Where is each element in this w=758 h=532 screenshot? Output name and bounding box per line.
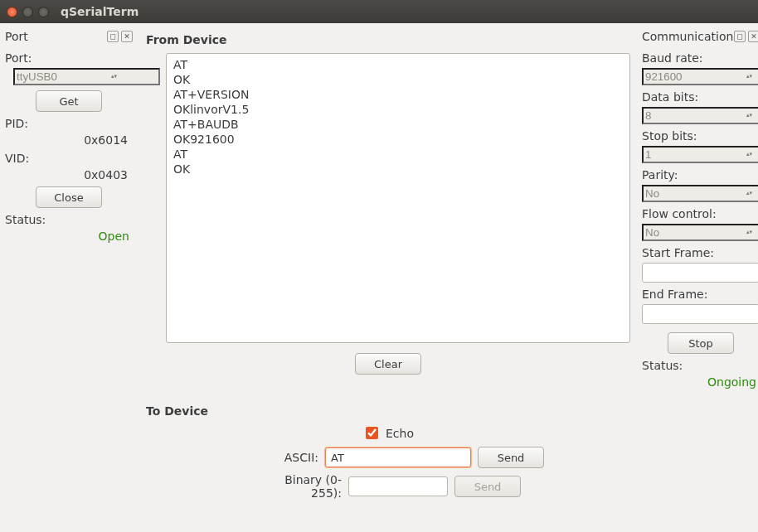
- end-frame-input[interactable]: [642, 304, 758, 324]
- center-area: From Device AT OK AT+VERSION OKlinvorV1.…: [139, 23, 637, 532]
- maximize-icon[interactable]: [38, 7, 49, 17]
- undock-icon[interactable]: ◻: [734, 31, 746, 42]
- get-button[interactable]: Get: [36, 90, 102, 112]
- vid-value: 0x0403: [5, 168, 133, 181]
- vid-label: VID:: [5, 152, 133, 165]
- port-select[interactable]: [13, 68, 160, 85]
- baud-select[interactable]: [642, 68, 758, 85]
- chevron-updown-icon: ▴▾: [111, 70, 121, 84]
- from-device-text[interactable]: AT OK AT+VERSION OKlinvorV1.5 AT+BAUDB O…: [166, 53, 630, 343]
- titlebar: qSerialTerm: [0, 0, 758, 23]
- chevron-updown-icon: ▴▾: [746, 148, 756, 162]
- clear-button[interactable]: Clear: [355, 353, 421, 375]
- port-status-label: Status:: [5, 213, 133, 226]
- echo-label: Echo: [386, 427, 414, 440]
- end-frame-label: End Frame:: [642, 288, 758, 301]
- close-panel-icon[interactable]: ✕: [121, 31, 133, 42]
- echo-checkbox-row[interactable]: Echo: [345, 424, 431, 442]
- flow-select[interactable]: [642, 224, 758, 241]
- communication-sidebar: Communication ◻ ✕ Baud rate: ▴▾ Data bit…: [637, 23, 758, 532]
- send-binary-button: Send: [454, 476, 521, 497]
- parity-label: Parity:: [642, 168, 758, 181]
- ascii-input[interactable]: [325, 447, 471, 467]
- parity-select[interactable]: [642, 185, 758, 202]
- baud-label: Baud rate:: [642, 51, 758, 65]
- comm-status-value: Ongoing: [642, 375, 758, 389]
- comm-status-label: Status:: [642, 359, 758, 372]
- close-icon[interactable]: [7, 7, 17, 17]
- to-device-title: To Device: [146, 404, 630, 418]
- echo-checkbox[interactable]: [366, 427, 378, 439]
- binary-input[interactable]: [348, 476, 448, 496]
- chevron-updown-icon: ▴▾: [746, 109, 756, 123]
- binary-label: Binary (0-255):: [255, 473, 342, 500]
- port-status-value: Open: [5, 230, 133, 243]
- stop-button[interactable]: Stop: [668, 332, 734, 354]
- chevron-updown-icon: ▴▾: [746, 225, 756, 239]
- pid-label: PID:: [5, 117, 133, 130]
- flow-label: Flow control:: [642, 207, 758, 220]
- chevron-updown-icon: ▴▾: [746, 70, 756, 84]
- chevron-updown-icon: ▴▾: [746, 186, 756, 201]
- window-title: qSerialTerm: [61, 5, 138, 18]
- pid-value: 0x6014: [5, 133, 133, 147]
- databits-label: Data bits:: [642, 90, 758, 104]
- minimize-icon[interactable]: [22, 7, 33, 17]
- undock-icon[interactable]: ◻: [107, 31, 119, 42]
- databits-select[interactable]: [642, 107, 758, 124]
- ascii-label: ASCII:: [232, 451, 318, 464]
- port-sidebar: Port ◻ ✕ Port: ▴▾ Get PID: 0x6014 VID: 0…: [0, 23, 139, 532]
- port-panel-title: Port: [5, 30, 28, 43]
- port-label: Port:: [5, 51, 133, 65]
- from-device-title: From Device: [146, 33, 630, 46]
- communication-title: Communication: [642, 30, 733, 43]
- close-panel-icon[interactable]: ✕: [748, 31, 758, 42]
- close-button[interactable]: Close: [36, 186, 102, 208]
- stopbits-label: Stop bits:: [642, 129, 758, 143]
- send-ascii-button[interactable]: Send: [478, 447, 544, 468]
- start-frame-label: Start Frame:: [642, 246, 758, 259]
- start-frame-input[interactable]: [642, 263, 758, 283]
- stopbits-select[interactable]: [642, 146, 758, 163]
